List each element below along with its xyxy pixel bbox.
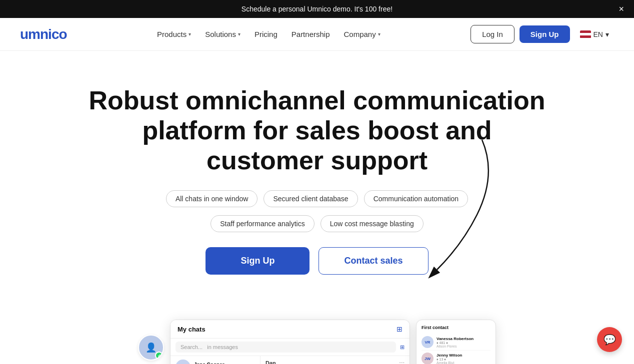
feature-badge: Low cost message blasting bbox=[320, 215, 424, 232]
chevron-down-icon: ▾ bbox=[378, 31, 380, 37]
feature-badge: Communication automation bbox=[364, 190, 468, 207]
feature-badge: Staff performance analytics bbox=[210, 215, 314, 232]
right-contacts-panel: First contact VR Vanessa Robertson ♦ 481… bbox=[416, 320, 496, 364]
nav-pricing[interactable]: Pricing bbox=[248, 26, 284, 42]
chat-body: JC Jane Cooper You recently wrote them 1… bbox=[170, 356, 410, 364]
login-button[interactable]: Log In bbox=[470, 25, 514, 43]
whatsapp-badge: ✓ bbox=[155, 352, 163, 360]
contact-row[interactable]: JW Jenny Wilson ♦ 13 ♦ Amelia Blut bbox=[422, 351, 490, 364]
contact-sales-button[interactable]: Contact sales bbox=[318, 247, 428, 275]
nav-company[interactable]: Company ▾ bbox=[338, 26, 386, 42]
header: umnico Products ▾ Solutions ▾ Pricing Pa… bbox=[0, 18, 634, 51]
signup-button[interactable]: Sign Up bbox=[520, 25, 570, 43]
banner-text: Schedule a personal Umnico demo. It's 10… bbox=[242, 5, 392, 13]
chat-search-input[interactable]: Search... in messages bbox=[176, 342, 396, 353]
hero-title: Robust omnichannel communication platfor… bbox=[82, 86, 552, 175]
first-contact-title: First contact bbox=[422, 325, 490, 330]
chat-settings-icon[interactable]: ⊞ bbox=[396, 325, 402, 333]
nav-solutions[interactable]: Solutions ▾ bbox=[199, 26, 246, 42]
feature-badge: Secured client database bbox=[264, 190, 358, 207]
filter-button[interactable]: ⊞ bbox=[400, 344, 404, 351]
hero-buttons: Sign Up Contact sales bbox=[82, 247, 552, 275]
header-actions: Log In Sign Up EN ▾ bbox=[470, 25, 614, 43]
logo-text: umnico bbox=[20, 26, 67, 42]
avatar: JC bbox=[176, 360, 190, 364]
chat-panel: My chats ⊞ Search... in messages ⊞ JC Ja… bbox=[170, 320, 410, 364]
avatar-column: 👤 ✓ 👤 f 👤 ✈ 👤 ◉ 👤 f bbox=[138, 335, 164, 364]
flag-icon bbox=[580, 30, 591, 38]
mockup-container: 👤 ✓ 👤 f 👤 ✈ 👤 ◉ 👤 f My chats bbox=[57, 320, 577, 364]
avatar-item: 👤 ✓ bbox=[138, 335, 164, 361]
feature-badge: All chats in one window bbox=[166, 190, 258, 207]
chat-icon: 💬 bbox=[604, 334, 616, 346]
banner-close-button[interactable]: × bbox=[618, 4, 624, 13]
chat-contact-list: JC Jane Cooper You recently wrote them 1… bbox=[170, 356, 260, 364]
hero-section: Robust omnichannel communication platfor… bbox=[72, 51, 562, 320]
floating-chat-button[interactable]: 💬 bbox=[597, 327, 622, 352]
nav-products[interactable]: Products ▾ bbox=[151, 26, 197, 42]
dashboard-preview: 👤 ✓ 👤 f 👤 ✈ 👤 ◉ 👤 f My chats bbox=[42, 320, 592, 364]
list-item[interactable]: JC Jane Cooper You recently wrote them 1… bbox=[170, 356, 260, 364]
chat-panel-header: My chats ⊞ bbox=[170, 320, 410, 339]
language-selector[interactable]: EN ▾ bbox=[575, 27, 614, 41]
features-row-2: Staff performance analytics Low cost mes… bbox=[82, 215, 552, 232]
nav-partnership[interactable]: Partnership bbox=[286, 26, 336, 42]
chat-search-bar: Search... in messages ⊞ bbox=[170, 339, 410, 356]
hero-signup-button[interactable]: Sign Up bbox=[206, 247, 310, 275]
avatar: JW bbox=[422, 353, 434, 364]
logo[interactable]: umnico bbox=[20, 26, 67, 42]
contact-row[interactable]: VR Vanessa Robertson ♦ 481 ♦ Alison Flor… bbox=[422, 334, 490, 351]
top-banner: Schedule a personal Umnico demo. It's 10… bbox=[0, 0, 634, 18]
avatar: VR bbox=[422, 336, 434, 348]
chat-panel-title: My chats bbox=[178, 326, 206, 333]
features-row: All chats in one window Secured client d… bbox=[82, 190, 552, 207]
conversation-header: Dan ⋯ bbox=[260, 356, 410, 364]
chevron-down-icon: ▾ bbox=[188, 31, 191, 37]
chevron-down-icon: ▾ bbox=[606, 30, 609, 38]
navigation: Products ▾ Solutions ▾ Pricing Partnersh… bbox=[151, 26, 386, 42]
chat-conversation: Dan ⋯ 11 June Dan Good evening Jerome, t… bbox=[260, 356, 410, 364]
chevron-down-icon: ▾ bbox=[238, 31, 240, 37]
